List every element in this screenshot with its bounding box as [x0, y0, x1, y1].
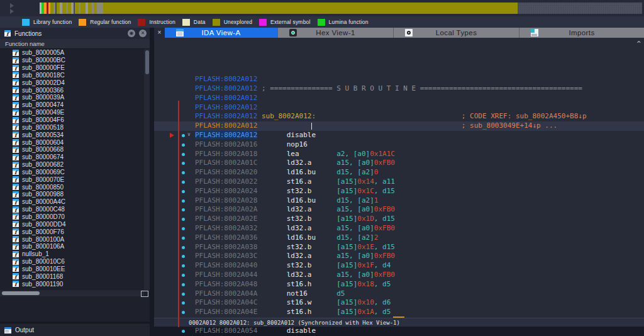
legend-label: Data — [194, 19, 206, 25]
panel-options-button[interactable]: ◉ — [128, 30, 135, 37]
disassembly-line[interactable]: PFLASH:8002A012 — [154, 75, 644, 84]
panel-close-button[interactable]: ✕ — [139, 30, 147, 37]
function-list-item[interactable]: sub_80000604 — [0, 138, 144, 146]
navband-segment[interactable] — [518, 3, 642, 14]
output-panel-header[interactable]: Output — [0, 323, 150, 336]
disassembly-view[interactable]: ^ PFLASH:8002A012PFLASH:8002A012 ; =====… — [154, 38, 644, 318]
token-m: ld32.a — [287, 271, 336, 279]
tab-ida-view-a[interactable]: IDA View-A — [165, 28, 277, 38]
disassembly-line[interactable]: PFLASH:8002A02A ld32.a a15, [a0]0xFB0 — [154, 205, 644, 215]
disassembly-line[interactable]: PFLASH:8002A016 nop16 — [154, 140, 644, 150]
function-list-item[interactable]: sub_8000039A — [0, 94, 144, 101]
disassembly-line[interactable]: PFLASH:8002A012 — [154, 103, 644, 113]
function-list-item[interactable]: sub_8000070E — [0, 176, 144, 183]
disassembly-line[interactable]: PFLASH:8002A054 disable — [154, 327, 644, 336]
function-icon — [13, 139, 19, 145]
function-list-item[interactable]: nullsub_1 — [0, 250, 144, 258]
function-list-item[interactable]: sub_8000049E — [0, 109, 144, 116]
function-list-item[interactable]: sub_80000DD4 — [0, 220, 144, 228]
tab-imports[interactable]: Imports — [519, 28, 644, 38]
token-r: , d5 — [374, 308, 391, 316]
token-x: ; CODE XREF: sub_8002A450+B8↓p — [462, 112, 587, 120]
function-list-item[interactable]: sub_80000518 — [0, 123, 144, 131]
token-n: 0xFB0 — [374, 271, 395, 279]
function-list-item[interactable]: sub_80000534 — [0, 131, 144, 138]
navband-segment[interactable] — [80, 3, 86, 14]
function-icon — [13, 184, 19, 190]
function-list-item[interactable]: sub_80000D70 — [0, 213, 144, 221]
disassembly-line[interactable]: PFLASH:8002A038 st32.b [a15]0x1E, d15 — [154, 243, 644, 252]
function-list-item[interactable]: sub_800010EE — [0, 265, 144, 272]
function-list-item[interactable]: sub_80000668 — [0, 146, 144, 154]
tab-local-types[interactable]: Local Types — [393, 28, 519, 38]
token-m: ld16.bu — [287, 196, 336, 204]
disassembly-line[interactable]: PFLASH:8002A048 st16.h [a15]0x18, d5 — [154, 280, 644, 289]
token-m: st16.h — [287, 280, 336, 288]
function-list-item[interactable]: sub_80000474 — [0, 101, 144, 109]
function-list-item[interactable]: sub_800000FE — [0, 64, 144, 72]
function-list-item[interactable]: sub_8000106A — [0, 243, 144, 250]
disassembly-line[interactable]: PFLASH:8002A028 ld16.bu d15, [a2]1 — [154, 196, 644, 206]
functions-vertical-scrollbar-handle[interactable] — [145, 50, 149, 74]
disassembly-line[interactable]: PFLASH:8002A04A not16 d5 — [154, 289, 644, 299]
disassembly-line[interactable]: PFLASH:8002A012 ; =============== S U B … — [154, 84, 644, 94]
navband-segment[interactable] — [103, 3, 110, 14]
function-list-item[interactable]: sub_8000100A — [0, 235, 144, 243]
function-list-item[interactable]: sub_80000C48 — [0, 206, 144, 213]
disassembly-line[interactable]: PFLASH:8002A02E st32.b [a15]0x1D, d15 — [154, 215, 644, 224]
disassembly-line[interactable]: PFLASH:8002A036 ld16.bu d15, [a2]2 — [154, 233, 644, 243]
scroll-up-icon[interactable]: ^ — [636, 40, 641, 48]
disassembly-line[interactable]: PFLASH:8002A018 lea a2, [a0]0x1A1C — [154, 150, 644, 159]
collapse-chevron-icon[interactable]: ∨ — [187, 130, 191, 140]
function-list-item[interactable]: sub_800010C6 — [0, 258, 144, 266]
function-list-item[interactable]: sub_80000F76 — [0, 228, 144, 235]
nav-up-arrow-icon[interactable] — [10, 3, 14, 8]
navigation-band[interactable] — [40, 3, 642, 14]
disassembly-line[interactable]: ∨PFLASH:8002A012 disable — [154, 131, 644, 140]
disassembly-line[interactable]: PFLASH:8002A04C st16.w [a15]0x10, d6 — [154, 298, 644, 308]
function-name: sub_80000682 — [22, 161, 64, 168]
disassembly-line[interactable]: PFLASH:8002A012 sub_8002A012: ; CODE XRE… — [154, 112, 644, 121]
disassembly-line[interactable]: PFLASH:8002A044 ld32.a a15, [a0]0xFB0 — [154, 271, 644, 280]
disassembly-line[interactable]: PFLASH:8002A022 st16.a [a15]0x14, a11 — [154, 177, 644, 187]
disassembly-line[interactable]: PFLASH:8002A03C ld32.a a15, [a0]0xFB0 — [154, 252, 644, 261]
function-list-item[interactable]: sub_80000988 — [0, 191, 144, 198]
token-space — [257, 177, 286, 186]
instruction-dot-icon — [182, 153, 185, 156]
disassembly-line[interactable]: PFLASH:8002A012 ; sub_8003049E+14↓p ... — [154, 121, 644, 131]
disassembly-line[interactable]: PFLASH:8002A024 st32.b [a15]0x1C, d15 — [154, 187, 644, 196]
function-name-column-header[interactable]: Function name — [0, 39, 150, 49]
function-list-item[interactable]: sub_80000674 — [0, 154, 144, 161]
function-icon — [13, 281, 19, 287]
function-list-item[interactable]: sub_8000018C — [0, 72, 144, 79]
function-list-item[interactable]: sub_80001168 — [0, 272, 144, 280]
disassembly-line[interactable]: PFLASH:8002A04E st16.h [a15]0x1A, d5 — [154, 308, 644, 317]
function-list-item[interactable]: sub_80000366 — [0, 86, 144, 94]
function-list-item[interactable]: sub_80000682 — [0, 161, 144, 169]
disassembly-line[interactable]: PFLASH:8002A012 — [154, 94, 644, 103]
disassembly-line[interactable]: PFLASH:8002A020 ld16.bu d15, [a2]0 — [154, 168, 644, 177]
token-m: ld16.bu — [287, 233, 336, 242]
navband-segment[interactable] — [110, 3, 518, 14]
functions-vertical-scrollbar[interactable] — [144, 49, 150, 290]
token-n: 0x18 — [357, 280, 374, 288]
tab-hex-view-1[interactable]: Hex View-1 — [277, 28, 393, 38]
disassembly-line[interactable]: PFLASH:8002A040 st32.b [a15]0x1F, d4 — [154, 261, 644, 271]
close-tab-icon[interactable]: × — [154, 28, 165, 38]
function-list-item[interactable]: sub_8000005A — [0, 49, 144, 57]
library-function-swatch — [22, 19, 30, 26]
function-list-item[interactable]: sub_800000BC — [0, 57, 144, 64]
legend-item: Unexplored — [213, 19, 252, 26]
function-list-item[interactable]: sub_800004F6 — [0, 116, 144, 124]
function-list-item[interactable]: sub_800002D4 — [0, 79, 144, 86]
function-list-item[interactable]: sub_80001190 — [0, 280, 144, 288]
function-list-item[interactable]: sub_80000850 — [0, 183, 144, 191]
disassembly-line[interactable]: PFLASH:8002A01C ld32.a a15, [a0]0xFB0 — [154, 159, 644, 168]
navband-segment[interactable] — [97, 3, 103, 14]
token-m: ld32.a — [287, 159, 336, 167]
function-list-item[interactable]: sub_80000A4C — [0, 198, 144, 206]
functions-horizontal-scrollbar-handle[interactable] — [2, 291, 40, 295]
function-list-item[interactable]: sub_8000069C — [0, 169, 144, 176]
nav-down-arrow-icon[interactable] — [10, 9, 14, 14]
disassembly-line[interactable]: PFLASH:8002A032 ld32.a a15, [a0]0xFB0 — [154, 224, 644, 233]
